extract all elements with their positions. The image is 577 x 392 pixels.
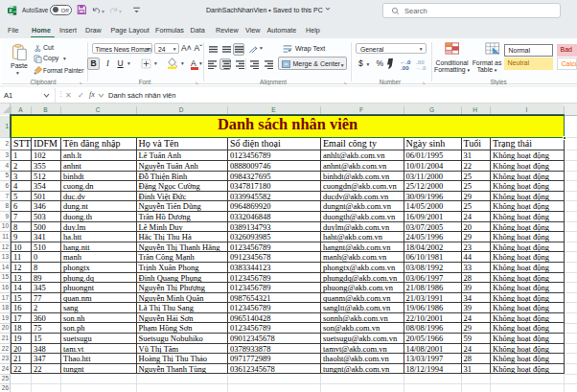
- svg-text:.00: .00: [401, 64, 409, 70]
